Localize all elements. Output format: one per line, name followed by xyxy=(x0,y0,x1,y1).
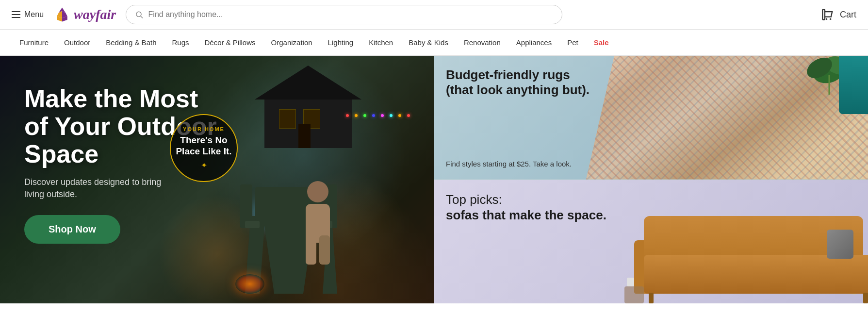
svg-line-6 xyxy=(141,16,143,18)
coffee-table xyxy=(624,286,644,303)
header: Menu wayfair Cart xyxy=(0,0,868,30)
fire-bowl xyxy=(235,274,264,294)
menu-button[interactable]: Menu xyxy=(12,10,44,19)
search-bar[interactable] xyxy=(126,5,562,24)
menu-label: Menu xyxy=(24,10,44,19)
cart-button[interactable]: Cart xyxy=(821,8,856,21)
rugs-panel-title: Budget-friendly rugs (that look anything… xyxy=(446,67,591,98)
shop-now-button[interactable]: Shop Now xyxy=(24,215,120,244)
nav-item-kitchen[interactable]: Kitchen xyxy=(361,30,401,55)
svg-point-5 xyxy=(136,12,141,17)
svg-point-8 xyxy=(826,18,828,20)
nav-item-lighting[interactable]: Lighting xyxy=(320,30,361,55)
wayfair-logo-icon xyxy=(53,6,71,23)
svg-point-19 xyxy=(307,181,328,202)
person xyxy=(289,177,347,274)
nav-item-appliances[interactable]: Appliances xyxy=(508,30,559,55)
hero-badge: YOUR HOME There's No Place Like It. ✦ xyxy=(170,114,238,182)
mug xyxy=(627,278,634,286)
nav-item-sale[interactable]: Sale xyxy=(586,30,617,55)
light-dot xyxy=(398,114,401,117)
light-dot xyxy=(355,114,358,117)
light-dot xyxy=(346,114,349,117)
hamburger-icon xyxy=(12,11,20,18)
rugs-panel[interactable]: Budget-friendly rugs (that look anything… xyxy=(434,56,868,180)
cart-icon xyxy=(821,8,835,21)
search-icon xyxy=(135,10,143,19)
svg-rect-7 xyxy=(822,10,825,20)
string-lights xyxy=(346,114,410,117)
teal-chair-corner xyxy=(839,56,868,114)
nav-item-furniture[interactable]: Furniture xyxy=(12,30,56,55)
sofa-seat xyxy=(644,255,868,294)
nav-item-rugs[interactable]: Rugs xyxy=(164,30,197,55)
sofa-leg-1 xyxy=(649,293,654,303)
hero-subtitle: Discover updates designed to bring livin… xyxy=(24,176,180,200)
sofas-panel[interactable]: Top picks: sofas that make the space. xyxy=(434,180,868,304)
sofas-title-bold: sofas that make the space. xyxy=(446,208,606,222)
sofas-title-normal: Top picks: xyxy=(446,192,502,207)
svg-rect-17 xyxy=(245,221,260,228)
svg-point-9 xyxy=(830,18,832,20)
nav-item-pet[interactable]: Pet xyxy=(559,30,586,55)
search-input[interactable] xyxy=(148,10,554,19)
logo[interactable]: wayfair xyxy=(53,6,116,23)
light-dot xyxy=(372,114,375,117)
main-nav: Furniture Outdoor Bedding & Bath Rugs Dé… xyxy=(0,30,868,56)
badge-top-text: YOUR HOME xyxy=(183,126,225,132)
cart-label: Cart xyxy=(840,10,856,20)
nav-item-bedding-bath[interactable]: Bedding & Bath xyxy=(98,30,164,55)
svg-rect-21 xyxy=(306,235,316,265)
light-dot xyxy=(407,114,410,117)
nav-item-baby-kids[interactable]: Baby & Kids xyxy=(401,30,456,55)
sofa-pillow xyxy=(827,230,853,259)
main-content: Make the Most of Your Outdoor Space Disc… xyxy=(0,56,868,303)
rugs-panel-subtitle: Find styles starting at $25. Take a look… xyxy=(446,160,572,168)
sofa-visual xyxy=(634,192,868,303)
logo-text: wayfair xyxy=(74,7,116,22)
light-dot xyxy=(390,114,393,117)
nav-item-organization[interactable]: Organization xyxy=(263,30,320,55)
nav-item-renovation[interactable]: Renovation xyxy=(456,30,508,55)
light-dot xyxy=(363,114,366,117)
sofas-panel-title: Top picks: sofas that make the space. xyxy=(446,192,606,223)
badge-main-text: There's No Place Like It. xyxy=(171,135,237,157)
badge-icon: ✦ xyxy=(201,161,207,170)
nav-item-decor-pillows[interactable]: Décor & Pillows xyxy=(197,30,263,55)
right-panels: Budget-friendly rugs (that look anything… xyxy=(434,56,868,303)
nav-item-outdoor[interactable]: Outdoor xyxy=(56,30,98,55)
hero-banner[interactable]: Make the Most of Your Outdoor Space Disc… xyxy=(0,56,434,303)
house-roof xyxy=(255,66,361,100)
svg-rect-22 xyxy=(319,235,330,265)
light-dot xyxy=(381,114,384,117)
sofa-leg-2 xyxy=(863,293,868,303)
